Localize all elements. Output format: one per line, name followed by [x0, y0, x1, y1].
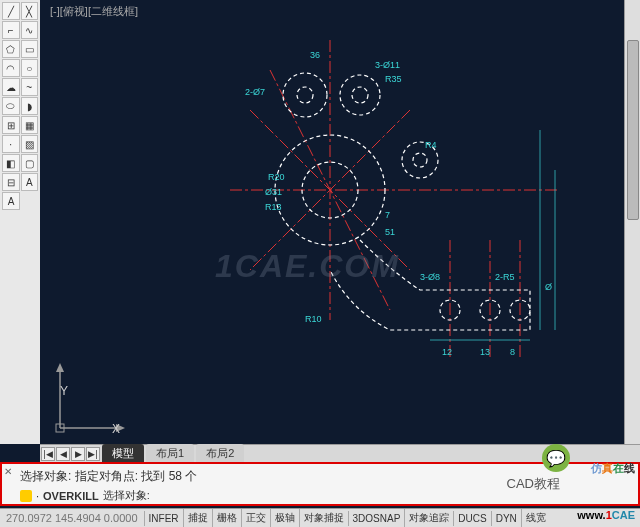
draw-toolbar: ╱╳ ⌐∿ ⬠▭ ◠○ ☁~ ⬭◗ ⊞▦ ·▨ ◧▢ ⊟A A	[0, 0, 40, 444]
tab-nav-next[interactable]: ▶	[71, 447, 85, 461]
status-lwt[interactable]: 线宽	[521, 509, 550, 527]
cmd-warning-icon	[20, 490, 32, 502]
tab-layout2[interactable]: 布局2	[196, 444, 244, 463]
ellipse-tool[interactable]: ⬭	[2, 97, 20, 115]
tab-nav-first[interactable]: |◀	[41, 447, 55, 461]
tab-nav-prev[interactable]: ◀	[56, 447, 70, 461]
status-bar: 270.0972 145.4904 0.0000 INFER 捕捉 栅格 正交 …	[0, 508, 640, 527]
dim-d6: R20	[268, 172, 285, 182]
rectangle-tool[interactable]: ▭	[21, 40, 39, 58]
circle-tool[interactable]: ○	[21, 59, 39, 77]
status-ortho[interactable]: 正交	[241, 509, 270, 527]
make-block-tool[interactable]: ▦	[21, 116, 39, 134]
gradient-tool[interactable]: ◧	[2, 154, 20, 172]
brand-text: 仿真在线	[591, 456, 635, 477]
dim-d5: R4	[425, 140, 437, 150]
hatch-tool[interactable]: ▨	[21, 135, 39, 153]
wechat-icon: 💬	[542, 444, 570, 472]
region-tool[interactable]: ▢	[21, 154, 39, 172]
status-dyn[interactable]: DYN	[491, 511, 521, 526]
dim-d2: 3-Ø11	[375, 60, 400, 70]
tab-layout1[interactable]: 布局1	[146, 444, 194, 463]
svg-point-13	[352, 87, 368, 103]
dim-d9: 7	[385, 210, 390, 220]
watermark: 1CAE.COM	[215, 248, 400, 285]
wechat-label: CAD教程	[507, 475, 560, 493]
status-infer[interactable]: INFER	[144, 511, 183, 526]
dim-d17: Ø	[545, 282, 552, 292]
svg-marker-24	[56, 363, 64, 372]
svg-point-15	[413, 153, 427, 167]
cad-drawing: 36 3-Ø11 R35 2-Ø7 R4 R20 Ø31 R13 7 51 R1…	[210, 40, 570, 400]
spline-tool[interactable]: ∿	[21, 21, 39, 39]
status-otrack[interactable]: 对象追踪	[404, 509, 453, 527]
status-coords: 270.0972 145.4904 0.0000	[0, 512, 144, 524]
website-url: www.1CAE	[577, 505, 635, 523]
cmd-prefix: ·	[36, 490, 39, 502]
cmd-prompt: 选择对象:	[103, 488, 150, 503]
dim-d10: R10	[305, 314, 322, 324]
status-3dosnap[interactable]: 3DOSNAP	[348, 511, 405, 526]
status-osnap[interactable]: 对象捕捉	[299, 509, 348, 527]
dim-d12: 13	[480, 347, 490, 357]
construction-line-tool[interactable]: ╳	[21, 2, 39, 20]
dim-d11: 12	[442, 347, 452, 357]
ucs-x-label: X	[112, 422, 120, 436]
status-snap[interactable]: 捕捉	[183, 509, 212, 527]
cmd-history: 选择对象: 指定对角点: 找到 58 个	[20, 468, 197, 485]
dim-d1: 36	[310, 50, 320, 60]
arc-tool[interactable]: ◠	[2, 59, 20, 77]
dim-d4: 2-Ø7	[245, 87, 265, 97]
line-tool[interactable]: ╱	[2, 2, 20, 20]
scroll-thumb[interactable]	[627, 40, 639, 220]
dim-d7: Ø31	[265, 187, 282, 197]
status-ducs[interactable]: DUCS	[453, 511, 490, 526]
svg-point-11	[297, 87, 313, 103]
dim-d14: 51	[385, 227, 395, 237]
tab-model[interactable]: 模型	[102, 444, 144, 463]
polyline-tool[interactable]: ⌐	[2, 21, 20, 39]
cmd-input-line[interactable]: · OVERKILL 选择对象:	[20, 488, 150, 503]
ellipse-arc-tool[interactable]: ◗	[21, 97, 39, 115]
dim-d15: 3-Ø8	[420, 272, 440, 282]
cmd-command: OVERKILL	[43, 490, 99, 502]
status-grid[interactable]: 栅格	[212, 509, 241, 527]
dim-d8: R13	[265, 202, 282, 212]
polygon-tool[interactable]: ⬠	[2, 40, 20, 58]
point-tool[interactable]: ·	[2, 135, 20, 153]
text-tool[interactable]: A	[21, 173, 39, 191]
dim-d13: 8	[510, 347, 515, 357]
dim-d16: 2-R5	[495, 272, 515, 282]
status-polar[interactable]: 极轴	[270, 509, 299, 527]
svg-point-12	[340, 75, 380, 115]
insert-block-tool[interactable]: ⊞	[2, 116, 20, 134]
revision-cloud-tool[interactable]: ☁	[2, 78, 20, 96]
table-tool[interactable]: ⊟	[2, 173, 20, 191]
tab-nav-last[interactable]: ▶|	[86, 447, 100, 461]
ucs-y-label: Y	[60, 384, 68, 398]
dim-d3: R35	[385, 74, 402, 84]
cmd-close-icon[interactable]: ✕	[4, 466, 16, 478]
vertical-scrollbar[interactable]	[624, 0, 640, 444]
spline2-tool[interactable]: ~	[21, 78, 39, 96]
view-label: [-][俯视][二维线框]	[50, 4, 138, 19]
drawing-viewport[interactable]: [-][俯视][二维线框]	[40, 0, 640, 444]
mtext-tool[interactable]: A	[2, 192, 20, 210]
svg-point-10	[283, 73, 327, 117]
